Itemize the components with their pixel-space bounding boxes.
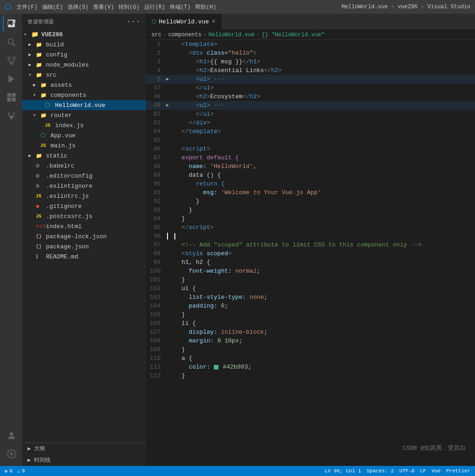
token-punct: ; — [264, 329, 268, 336]
status-item[interactable]: Vue — [431, 468, 441, 474]
token-tag-name: ul — [200, 76, 207, 83]
tree-item-README.md[interactable]: ℹREADME.md — [22, 252, 146, 262]
tree-item-router[interactable]: ▾ 📁router — [22, 110, 146, 120]
menu-item[interactable]: 编辑(E) — [42, 3, 63, 11]
settings-activity-icon[interactable] — [3, 446, 19, 462]
menu-item[interactable]: 运行(R) — [144, 3, 165, 11]
tree-item-label: build — [46, 41, 64, 48]
fold-arrow — [166, 84, 173, 92]
code-line: 1 <template> — [146, 40, 475, 49]
search-activity-icon[interactable] — [3, 34, 19, 50]
tree-item-package.json[interactable]: {}package.json — [22, 241, 146, 252]
code-editor[interactable]: 1 <template>2 <div class="hello">3 <h1>{… — [146, 40, 475, 466]
sidebar-options-button[interactable]: ··· — [127, 17, 140, 26]
folder-icon: 📁 — [40, 82, 49, 88]
tree-item-main.js[interactable]: JSmain.js — [22, 140, 146, 151]
line-content: <style scoped> — [173, 249, 475, 258]
outline-section[interactable]: ▶ 大纲 — [22, 442, 146, 454]
line-content: margin: 0 10px; — [173, 336, 475, 345]
status-item[interactable]: UTF-8 — [399, 468, 414, 474]
token-tag: > — [210, 84, 214, 91]
status-item[interactable]: LF — [420, 468, 426, 474]
tree-item-HelloWorld[interactable]: ⬡HelloWorld.vue — [22, 100, 146, 110]
svg-line-1 — [13, 44, 16, 46]
folder-arrow: ▶ — [28, 52, 36, 57]
menu-item[interactable]: 文件(F) — [17, 3, 38, 11]
code-line: 82 </ul> — [146, 110, 475, 118]
fold-arrow[interactable]: ▶ — [166, 101, 173, 110]
tree-item-gitignore[interactable]: ◆.gitignore — [22, 201, 146, 211]
status-item[interactable]: Ln 96, Col 1 — [325, 468, 361, 474]
menu-item[interactable]: 转到(G) — [118, 3, 140, 11]
breadcrumb-file[interactable]: HelloWorld.vue — [208, 32, 255, 38]
breadcrumb-part[interactable]: {} "HelloWorld.vue" — [262, 32, 324, 38]
dot-icon: ⚙ — [36, 172, 44, 179]
status-item[interactable]: Prettier — [446, 468, 470, 474]
explorer-activity-icon[interactable] — [3, 16, 19, 32]
token-tag-name: h2 — [200, 67, 207, 74]
tree-item-static[interactable]: ▶ 📁static — [22, 151, 146, 161]
timeline-section[interactable]: ▶ 时间线 — [22, 454, 146, 466]
line-content — [173, 232, 475, 241]
folder-icon: 📁 — [36, 62, 44, 68]
tree-item-babelrc[interactable]: ⚙.babelrc — [22, 161, 146, 171]
status-item[interactable]: Spaces: 2 — [367, 468, 394, 474]
tree-arrow: ▾ — [24, 32, 31, 37]
run-activity-icon[interactable] — [3, 71, 19, 87]
tree-item-config[interactable]: ▶ 📁config — [22, 50, 146, 60]
tree-item-src[interactable]: ▾ 📁src — [22, 70, 146, 80]
tree-item-App.vue[interactable]: ⬡App.vue — [22, 130, 146, 140]
tree-item-root[interactable]: ▾📁VUE296 — [22, 29, 146, 39]
breadcrumb-components[interactable]: components — [168, 32, 201, 38]
editor-tab-helloworld[interactable]: ⬡ HelloWorld.vue × — [146, 14, 222, 29]
token-tag: > — [214, 41, 218, 48]
token-tag-name: ul — [200, 102, 207, 109]
tree-item-label: config — [46, 51, 67, 58]
code-line: 2 <div class="hello"> — [146, 49, 475, 57]
line-content: msg: 'Welcome to Your Vue.js App' — [173, 188, 475, 197]
menu-item[interactable]: 帮助(H) — [195, 3, 216, 11]
tree-item-editorconfig[interactable]: ⚙.editorconfig — [22, 171, 146, 181]
tree-item-assets[interactable]: ▶ 📁assets — [22, 80, 146, 90]
extensions-activity-icon[interactable] — [3, 89, 19, 106]
account-activity-icon[interactable] — [3, 427, 19, 444]
line-content: h1, h2 { — [173, 258, 475, 267]
tree-item-postcssrc[interactable]: JS.postcssrc.js — [22, 211, 146, 221]
fold-arrow — [166, 110, 173, 118]
line-number: 82 — [146, 110, 166, 118]
tree-item-build[interactable]: ▶ 📁build — [22, 39, 146, 50]
menu-item[interactable]: 终端(T) — [170, 3, 191, 11]
fold-arrow — [166, 319, 173, 328]
menu-item[interactable]: 查看(V) — [93, 3, 114, 11]
line-content: a { — [173, 354, 475, 363]
tree-item-eslintignore[interactable]: ⚙.eslintignore — [22, 181, 146, 191]
tree-item-eslintrc[interactable]: JS.eslintrc.js — [22, 191, 146, 201]
breadcrumb-src[interactable]: src — [151, 32, 162, 38]
fold-arrow — [166, 179, 173, 188]
folder-icon: 📁 — [36, 72, 44, 78]
tab-close-button[interactable]: × — [212, 18, 215, 25]
fold-arrow — [166, 336, 173, 345]
fold-arrow[interactable]: ▶ — [166, 75, 173, 84]
tree-item-node_modules[interactable]: ▶ 📁node_modules — [22, 60, 146, 70]
token-keyword2: return { — [174, 180, 224, 187]
outline-collapse-arrow: ▶ — [28, 446, 34, 452]
fold-arrow — [166, 153, 173, 162]
tree-item-index.html[interactable]: </>index.html — [22, 221, 146, 231]
line-number: 48 — [146, 92, 166, 101]
token-tag: > — [207, 67, 210, 74]
menu-item[interactable]: 选择(S) — [67, 3, 89, 11]
tree-item-index.js[interactable]: JSindex.js — [22, 120, 146, 130]
fold-arrow — [166, 66, 173, 75]
source-control-activity-icon[interactable] — [3, 52, 19, 69]
code-line: 101 } — [146, 275, 475, 284]
tree-item-components[interactable]: ▾ 📁components — [22, 90, 146, 100]
token-property: padding: — [174, 302, 221, 309]
line-number: 93 — [146, 206, 166, 214]
line-number: 84 — [146, 127, 166, 136]
tree-item-package-lock[interactable]: {}package-lock.json — [22, 231, 146, 241]
svg-rect-9 — [12, 98, 16, 101]
code-line: 4 <h2>Essential Links</h2> — [146, 66, 475, 75]
test-activity-icon[interactable] — [3, 107, 19, 124]
code-line: 100 font-weight: normal; — [146, 267, 475, 275]
